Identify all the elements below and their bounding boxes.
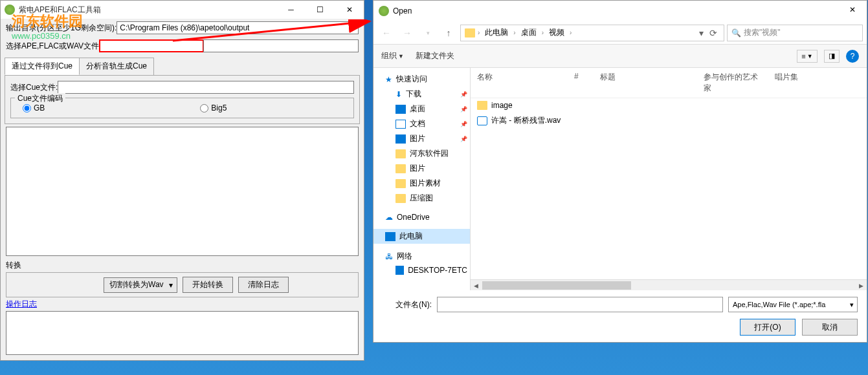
breadcrumb-root-icon bbox=[465, 28, 475, 38]
log-textarea[interactable] bbox=[6, 311, 359, 355]
scroll-left-arrow[interactable]: ◀ bbox=[471, 280, 482, 290]
document-icon bbox=[395, 120, 406, 129]
help-icon[interactable]: ? bbox=[846, 50, 859, 63]
file-name: 许嵩 - 断桥残雪.wav bbox=[491, 115, 561, 126]
col-artist[interactable]: 参与创作的艺术家 bbox=[697, 72, 768, 94]
nav-back-button[interactable]: ← bbox=[377, 24, 395, 42]
nav-tree[interactable]: ★快速访问 ⬇下载📌 桌面📌 文档📌 图片📌 河东软件园 图片 图片素材 压缩图… bbox=[373, 68, 471, 290]
dialog-app-icon bbox=[379, 6, 389, 16]
nav-up-button[interactable]: ↑ bbox=[440, 24, 458, 42]
new-folder-button[interactable]: 新建文件夹 bbox=[416, 50, 454, 61]
folder-icon bbox=[395, 179, 406, 188]
breadcrumb-dropdown-icon[interactable]: ▾ bbox=[695, 26, 707, 40]
preview-pane-button[interactable]: ◨ bbox=[824, 50, 840, 63]
tree-downloads[interactable]: ⬇下载📌 bbox=[373, 87, 470, 102]
tree-documents[interactable]: 文档📌 bbox=[373, 116, 470, 131]
pc-icon bbox=[385, 232, 395, 241]
cue-file-input[interactable] bbox=[58, 81, 354, 94]
horizontal-scrollbar[interactable]: ◀ ▶ bbox=[471, 279, 867, 290]
output-dir-input[interactable] bbox=[117, 21, 359, 34]
scroll-right-arrow[interactable]: ▶ bbox=[856, 280, 867, 290]
open-file-dialog: Open ✕ ← → ▾ ↑ › 此电脑 › 桌面 › 视频 › ▾⟳ 🔍 搜索… bbox=[373, 0, 867, 343]
file-list[interactable]: 名称 # 标题 参与创作的艺术家 唱片集 image 许嵩 - 断桥残雪.wav… bbox=[471, 68, 867, 290]
tree-desktop[interactable]: 桌面📌 bbox=[373, 102, 470, 116]
download-icon: ⬇ bbox=[395, 90, 402, 99]
select-file-input-ext[interactable] bbox=[203, 39, 359, 52]
view-mode-button[interactable]: ≡ ▼ bbox=[797, 50, 818, 63]
search-input[interactable]: 🔍 搜索"视频" bbox=[727, 25, 863, 41]
file-row-audio[interactable]: 许嵩 - 断桥残雪.wav bbox=[471, 112, 867, 129]
crumb-desktop[interactable]: 桌面 bbox=[518, 27, 539, 38]
folder-icon bbox=[395, 149, 406, 158]
pin-icon: 📌 bbox=[460, 121, 467, 127]
col-track-num[interactable]: # bbox=[568, 72, 594, 94]
radio-gb-input[interactable] bbox=[23, 104, 31, 112]
radio-gb[interactable]: GB bbox=[23, 103, 45, 112]
col-title[interactable]: 标题 bbox=[594, 72, 697, 94]
minimize-button[interactable]: ─ bbox=[276, 1, 306, 19]
convert-row: 切割转换为Wav 开始转换 清除日志 bbox=[6, 272, 359, 297]
filename-label: 文件名(N): bbox=[383, 299, 432, 310]
title-bar: 紫电APE和FLAC工具箱 ─ ☐ ✕ bbox=[1, 1, 364, 19]
nav-recent-button[interactable]: ▾ bbox=[419, 24, 437, 42]
organize-menu[interactable]: 组织▼ bbox=[381, 50, 404, 61]
pictures-icon bbox=[395, 134, 406, 144]
pin-icon: 📌 bbox=[460, 106, 467, 112]
search-icon: 🔍 bbox=[731, 28, 741, 38]
nav-forward-button[interactable]: → bbox=[398, 24, 416, 42]
tab-analyze-tracks[interactable]: 分析音轨生成Cue bbox=[79, 58, 154, 75]
col-album[interactable]: 唱片集 bbox=[768, 72, 807, 94]
tree-thumbnails[interactable]: 压缩图 bbox=[373, 191, 470, 206]
track-listbox[interactable] bbox=[6, 127, 359, 256]
tree-network[interactable]: 🖧网络 bbox=[373, 249, 470, 264]
dialog-title: Open bbox=[393, 6, 412, 16]
output-dir-label: 输出目录(分区至少1G剩余空间): bbox=[6, 23, 117, 34]
col-name[interactable]: 名称 bbox=[471, 72, 568, 94]
chevron-right-icon: › bbox=[570, 29, 572, 36]
cloud-icon: ☁ bbox=[385, 213, 393, 222]
tab-from-file[interactable]: 通过文件得到Cue bbox=[5, 58, 80, 75]
clear-log-button[interactable]: 清除日志 bbox=[238, 277, 289, 293]
folder-icon bbox=[395, 194, 406, 203]
breadcrumb-refresh-icon[interactable]: ⟳ bbox=[707, 26, 720, 40]
dialog-close-button[interactable]: ✕ bbox=[838, 1, 867, 19]
cancel-button[interactable]: 取消 bbox=[802, 319, 858, 336]
search-placeholder: 搜索"视频" bbox=[744, 27, 781, 38]
nav-bar: ← → ▾ ↑ › 此电脑 › 桌面 › 视频 › ▾⟳ 🔍 搜索"视频" bbox=[373, 21, 867, 45]
cue-tabs: 通过文件得到Cue 分析音轨生成Cue bbox=[5, 58, 360, 76]
dialog-toolbar: 组织▼ 新建文件夹 ≡ ▼ ◨ ? bbox=[373, 45, 867, 68]
convert-section-label: 转换 bbox=[1, 259, 364, 272]
tree-pictures2[interactable]: 图片 bbox=[373, 161, 470, 176]
radio-big5-input[interactable] bbox=[200, 104, 208, 112]
crumb-thispc[interactable]: 此电脑 bbox=[482, 27, 511, 38]
log-label-link[interactable]: 操作日志 bbox=[1, 298, 42, 310]
tree-quick-access[interactable]: ★快速访问 bbox=[373, 72, 470, 87]
tree-pictures[interactable]: 图片📌 bbox=[373, 131, 470, 146]
filename-input[interactable] bbox=[437, 297, 723, 312]
tree-desktop-node[interactable]: DESKTOP-7ETC bbox=[373, 264, 470, 277]
pin-icon: 📌 bbox=[460, 136, 467, 142]
crumb-video[interactable]: 视频 bbox=[546, 27, 567, 38]
tree-onedrive[interactable]: ☁OneDrive bbox=[373, 211, 470, 224]
star-icon: ★ bbox=[385, 75, 392, 84]
close-button[interactable]: ✕ bbox=[335, 1, 364, 19]
open-button[interactable]: 打开(O) bbox=[740, 319, 796, 336]
tree-hedong[interactable]: 河东软件园 bbox=[373, 146, 470, 161]
select-file-label: 选择APE,FLAC或WAV文件 bbox=[6, 41, 99, 52]
maximize-button[interactable]: ☐ bbox=[306, 1, 335, 19]
radio-big5[interactable]: Big5 bbox=[200, 103, 227, 112]
breadcrumb[interactable]: › 此电脑 › 桌面 › 视频 › ▾⟳ bbox=[460, 25, 724, 41]
start-convert-button[interactable]: 开始转换 bbox=[183, 277, 233, 293]
encoding-group-label: Cue文件编码 bbox=[15, 93, 65, 104]
tree-pic-material[interactable]: 图片素材 bbox=[373, 176, 470, 191]
column-headers: 名称 # 标题 参与创作的艺术家 唱片集 bbox=[471, 68, 867, 98]
tree-thispc[interactable]: 此电脑 bbox=[373, 229, 470, 244]
apetool-main-window: 紫电APE和FLAC工具箱 ─ ☐ ✕ 输出目录(分区至少1G剩余空间): 选择… bbox=[0, 0, 364, 361]
scroll-thumb[interactable] bbox=[482, 281, 631, 290]
select-file-input[interactable] bbox=[99, 39, 204, 52]
file-type-filter[interactable]: Ape,Flac,Wav File (*.ape;*.fla bbox=[728, 297, 858, 312]
convert-mode-combo[interactable]: 切割转换为Wav bbox=[104, 277, 177, 293]
dialog-footer: 文件名(N): Ape,Flac,Wav File (*.ape;*.fla 打… bbox=[373, 290, 867, 342]
file-row-folder[interactable]: image bbox=[471, 98, 867, 112]
dialog-title-bar: Open ✕ bbox=[373, 1, 867, 21]
